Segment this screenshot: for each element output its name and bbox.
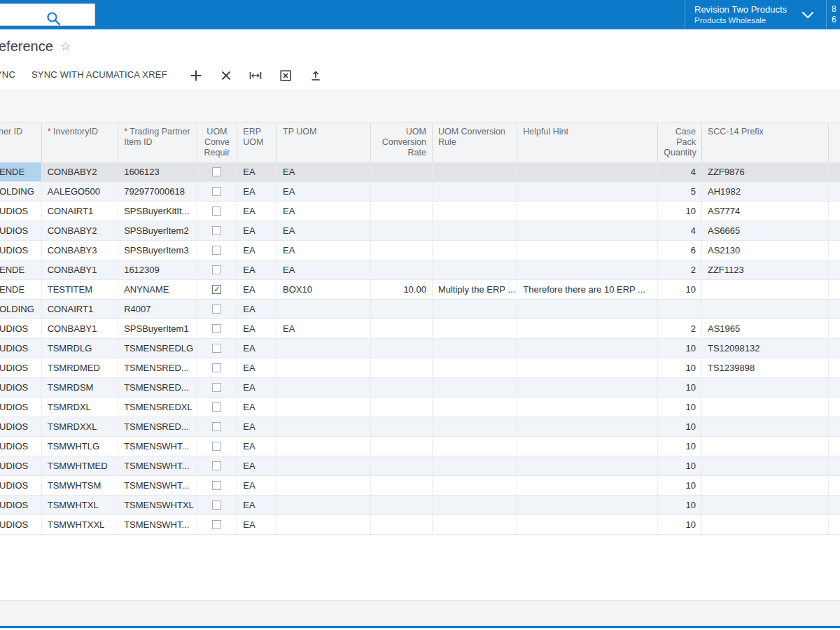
uom-conversion-required-checkbox[interactable] xyxy=(212,402,221,412)
cell-helpful-hint[interactable] xyxy=(517,437,658,456)
column-header-inventory-id[interactable]: * InventoryID xyxy=(42,123,118,162)
cell-helpful-hint[interactable] xyxy=(517,378,658,398)
cell-helpful-hint[interactable] xyxy=(517,300,658,319)
cell-tp-item-id[interactable]: SPSBuyerItem1 xyxy=(118,319,197,339)
cell-erp-uom[interactable]: EA xyxy=(237,260,277,280)
cell-partner-id[interactable]: ENDE xyxy=(0,280,42,300)
cell-uom-conv-req[interactable] xyxy=(197,162,238,182)
cell-erp-uom[interactable]: EA xyxy=(237,456,277,476)
cell-uom-conv-rule[interactable] xyxy=(433,162,517,182)
cell-case-pack-qty[interactable]: 4 xyxy=(658,221,702,241)
cell-uom-conv-req[interactable] xyxy=(197,437,238,456)
cell-uom-conv-rule[interactable] xyxy=(433,319,517,339)
cell-case-pack-qty[interactable]: 10 xyxy=(658,280,702,300)
cell-inventory-id[interactable]: TSMRDXL xyxy=(42,398,118,417)
cell-tp-uom[interactable]: BOX10 xyxy=(277,280,371,300)
cell-case-pack-qty[interactable]: 10 xyxy=(658,476,702,496)
cell-scc14-prefix[interactable] xyxy=(702,437,829,456)
cell-erp-uom[interactable]: EA xyxy=(237,162,277,182)
cell-partner-id[interactable]: ENDE xyxy=(0,162,42,182)
uom-conversion-required-checkbox[interactable] xyxy=(212,461,221,470)
cell-scc14-prefix[interactable]: AS1965 xyxy=(702,319,829,339)
cell-uom-conv-rule[interactable] xyxy=(433,476,517,496)
cell-tp-uom[interactable] xyxy=(277,300,371,319)
cell-scc14-prefix[interactable] xyxy=(702,476,829,496)
cell-inventory-id[interactable]: TSMWHTMED xyxy=(42,456,118,476)
cell-scc14-prefix[interactable] xyxy=(702,417,829,437)
cell-uom-conv-req[interactable] xyxy=(197,300,238,319)
cell-tp-uom[interactable] xyxy=(277,496,371,515)
cell-inventory-id[interactable]: CONAIRT1 xyxy=(42,300,118,319)
cell-case-pack-qty[interactable]: 10 xyxy=(658,437,702,456)
column-header-uom-conv-rule[interactable]: UOM Conversion Rule xyxy=(433,123,517,162)
cell-helpful-hint[interactable] xyxy=(517,319,658,339)
cell-inventory-id[interactable]: TSMWHTSM xyxy=(42,476,118,496)
column-header-tp-uom[interactable]: TP UOM xyxy=(277,123,371,162)
cell-uom-conv-rate[interactable] xyxy=(371,241,433,260)
cell-partner-id[interactable]: OLDING xyxy=(0,182,42,202)
cell-uom-conv-rate[interactable] xyxy=(371,358,433,378)
cell-erp-uom[interactable]: EA xyxy=(237,202,277,221)
chevron-down-icon[interactable] xyxy=(802,12,813,18)
cell-uom-conv-req[interactable] xyxy=(197,378,238,398)
cell-scc14-prefix[interactable] xyxy=(702,280,829,300)
cell-uom-conv-rule[interactable] xyxy=(433,202,517,221)
cell-erp-uom[interactable]: EA xyxy=(237,221,277,241)
cell-helpful-hint[interactable] xyxy=(517,515,658,535)
cell-tp-uom[interactable] xyxy=(277,398,371,417)
cell-case-pack-qty[interactable]: 6 xyxy=(658,241,702,260)
cell-helpful-hint[interactable] xyxy=(517,182,658,202)
cell-uom-conv-rate[interactable] xyxy=(371,476,433,496)
cell-tp-uom[interactable] xyxy=(277,358,371,378)
cell-tp-uom[interactable]: EA xyxy=(277,319,371,339)
uom-conversion-required-checkbox[interactable] xyxy=(212,167,221,176)
cell-scc14-prefix[interactable]: AS6665 xyxy=(702,221,829,241)
cell-tp-uom[interactable] xyxy=(277,515,371,535)
cell-tp-uom[interactable] xyxy=(277,378,371,398)
cell-partner-id[interactable]: UDIOS xyxy=(0,437,42,456)
cell-case-pack-qty[interactable]: 4 xyxy=(658,162,702,182)
cell-partner-id[interactable]: UDIOS xyxy=(0,319,42,339)
cell-case-pack-qty[interactable]: 10 xyxy=(658,398,702,417)
cell-uom-conv-rate[interactable] xyxy=(371,437,433,456)
cell-uom-conv-req[interactable] xyxy=(197,456,238,476)
cell-tp-item-id[interactable]: TSMENSREDXL xyxy=(118,398,197,417)
uom-conversion-required-checkbox[interactable] xyxy=(212,422,221,431)
cell-partner-id[interactable]: UDIOS xyxy=(0,241,42,260)
uom-conversion-required-checkbox[interactable] xyxy=(212,344,221,353)
cell-partner-id[interactable]: UDIOS xyxy=(0,378,42,398)
cell-uom-conv-req[interactable] xyxy=(197,182,238,202)
cell-uom-conv-rule[interactable] xyxy=(433,398,517,417)
cell-partner-id[interactable]: UDIOS xyxy=(0,496,42,515)
cell-inventory-id[interactable]: TSMWHTXXL xyxy=(42,515,118,535)
cell-erp-uom[interactable]: EA xyxy=(237,417,277,437)
cell-erp-uom[interactable]: EA xyxy=(237,398,277,417)
cell-scc14-prefix[interactable]: ZZF9876 xyxy=(702,162,829,182)
cell-erp-uom[interactable]: EA xyxy=(237,339,277,358)
cell-inventory-id[interactable]: TSMRDXXL xyxy=(42,417,118,437)
cell-inventory-id[interactable]: CONAIRT1 xyxy=(42,202,118,221)
cell-scc14-prefix[interactable]: AS2130 xyxy=(702,241,829,260)
cell-partner-id[interactable]: UDIOS xyxy=(0,398,42,417)
cell-case-pack-qty[interactable]: 10 xyxy=(658,202,702,221)
cell-partner-id[interactable]: UDIOS xyxy=(0,358,42,378)
cell-uom-conv-rule[interactable] xyxy=(433,515,517,535)
cell-case-pack-qty[interactable]: 10 xyxy=(658,456,702,476)
cell-tp-item-id[interactable]: TSMENSRED... xyxy=(118,358,197,378)
cell-tp-item-id[interactable]: TSMENSWHT... xyxy=(118,476,197,496)
cell-erp-uom[interactable]: EA xyxy=(237,515,277,535)
cell-uom-conv-rate[interactable]: 10.00 xyxy=(371,280,433,300)
cell-uom-conv-rule[interactable] xyxy=(433,241,517,260)
cell-scc14-prefix[interactable] xyxy=(702,300,829,319)
cell-helpful-hint[interactable] xyxy=(517,260,658,280)
cell-uom-conv-req[interactable] xyxy=(197,260,238,280)
cell-partner-id[interactable]: UDIOS xyxy=(0,515,42,535)
cell-uom-conv-req[interactable]: ✓ xyxy=(197,280,238,300)
cell-uom-conv-req[interactable] xyxy=(197,339,238,358)
cell-uom-conv-rule[interactable] xyxy=(433,339,517,358)
uom-conversion-required-checkbox[interactable] xyxy=(212,383,221,392)
cell-uom-conv-rule[interactable] xyxy=(433,182,517,202)
cell-uom-conv-rule[interactable] xyxy=(433,358,517,378)
cell-uom-conv-rate[interactable] xyxy=(371,300,433,319)
uom-conversion-required-checkbox[interactable] xyxy=(212,481,221,490)
